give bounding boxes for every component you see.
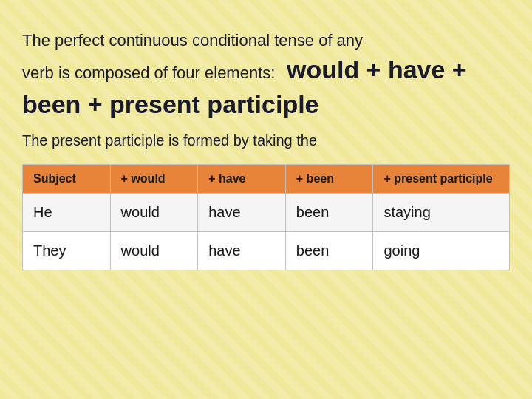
header-would: + would [110,164,198,193]
sub-text: The present participle is formed by taki… [22,130,510,151]
header-been: + been [285,164,373,193]
grammar-table: Subject + would + have + been + present … [22,164,510,270]
content-wrapper: The perfect continuous conditional tense… [0,0,532,285]
row2-would: would [110,231,198,270]
table-header-row: Subject + would + have + been + present … [23,164,510,193]
header-have: + have [198,164,286,193]
intro-line1-text: The perfect continuous conditional tense… [22,31,363,50]
intro-line2-text: verb is composed of four elements: [22,64,275,82]
row2-subject: They [23,231,111,270]
row1-would: would [110,193,198,231]
row2-participle: going [373,231,510,270]
row1-have: have [198,193,286,231]
row1-been: been [285,193,373,231]
row1-participle: staying [373,193,510,231]
formula-would: would [287,55,359,83]
sub-text-content: The present participle is formed by taki… [22,132,317,149]
row1-subject: He [23,193,111,231]
intro-line1: The perfect continuous conditional tense… [22,30,510,123]
row2-have: have [198,231,286,270]
row2-been: been [285,231,373,270]
table-row: He would have been staying [23,193,510,231]
header-subject: Subject [23,164,111,193]
header-pp: + present participle [373,164,510,193]
table-row: They would have been going [23,231,510,270]
